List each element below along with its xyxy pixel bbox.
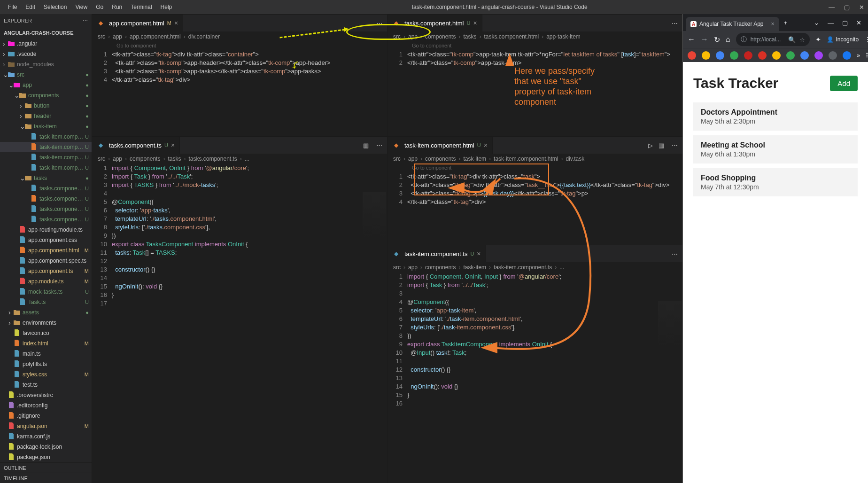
tree-folder-button[interactable]: ›button● (0, 101, 92, 111)
tree-file-tasks-component-html[interactable]: tasks.component.htmlU (0, 194, 92, 204)
crumb-components[interactable]: components (425, 156, 456, 162)
tree-folder--angular[interactable]: ›.angular (0, 39, 92, 49)
tab-task-item-html[interactable]: ◆ task-item.component.html U × (388, 137, 493, 154)
close-icon[interactable]: × (171, 141, 175, 149)
close-icon[interactable]: × (174, 19, 178, 27)
crumb-tasks[interactable]: tasks (168, 156, 181, 162)
browser-tab[interactable]: A Angular Task Tracker App × (686, 17, 779, 31)
task-card[interactable]: Food ShoppingMay 7th at 12:30pm (693, 168, 858, 196)
minimize-icon[interactable]: — (828, 19, 834, 26)
tree-file--gitignore[interactable]: .gitignore (0, 411, 92, 421)
close-icon[interactable]: × (477, 250, 480, 257)
tree-folder--vscode[interactable]: ›.vscode (0, 49, 92, 59)
bookmark-9[interactable] (814, 51, 823, 60)
tree-file-task-item-component-ts[interactable]: task-item.component.tsU (0, 163, 92, 173)
tree-file-favicon-ico[interactable]: favicon.ico (0, 328, 92, 338)
crumb-app[interactable]: app (408, 264, 418, 271)
menu-selection[interactable]: Selection (39, 0, 71, 14)
tree-file-Task-ts[interactable]: Task.tsU (0, 297, 92, 307)
info-icon[interactable]: ⓘ (741, 35, 747, 44)
close-icon[interactable]: × (473, 19, 477, 27)
menu-go[interactable]: Go (92, 0, 108, 14)
task-card[interactable]: Meeting at SchoolMay 6th at 1:30pm (693, 135, 858, 164)
tree-folder-task-item[interactable]: ⌄task-item● (0, 121, 92, 132)
bookmark-1[interactable] (702, 51, 710, 60)
crumb-div-task[interactable]: div.task (566, 156, 584, 162)
crumb-tasks[interactable]: tasks (463, 33, 476, 40)
tree-folder-components[interactable]: ⌄components● (0, 90, 92, 101)
menu-terminal[interactable]: Terminal (126, 0, 156, 14)
menu-run[interactable]: Run (108, 0, 126, 14)
tree-file-package-json[interactable]: package.json (0, 452, 92, 462)
split-icon[interactable]: ▥ (360, 142, 372, 149)
crumb-app[interactable]: app (113, 156, 122, 162)
tree-file-tasks-component-spec-ts[interactable]: tasks.component.spec.tsU (0, 204, 92, 214)
crumb-tasks-component-ts[interactable]: tasks.component.ts (188, 156, 237, 162)
tree-file--browserslistrc[interactable]: .browserslistrc (0, 390, 92, 400)
tree-file-index-html[interactable]: index.htmlM (0, 338, 92, 349)
breadcrumb[interactable]: src›app›components›task-item›task-item.c… (388, 262, 682, 273)
more-icon[interactable]: ⋯ (667, 250, 682, 257)
close-icon[interactable]: × (484, 141, 488, 149)
timeline-section[interactable]: TIMELINE (0, 473, 92, 483)
minimap[interactable] (363, 192, 386, 239)
maximize-icon[interactable]: ▢ (842, 19, 848, 26)
outline-section[interactable]: OUTLINE (0, 462, 92, 473)
breadcrumb[interactable]: src›app›components›task-item›task-item.c… (388, 154, 682, 164)
minimap[interactable] (658, 301, 682, 348)
tab-tasks-component-ts[interactable]: ◆ tasks.component.ts U × (92, 137, 180, 154)
tree-file-tasks-component-css[interactable]: tasks.component.cssU (0, 183, 92, 194)
tree-file-task-item-component-html[interactable]: task-item.component.htmlU (0, 142, 92, 152)
crumb-task-item-component-html[interactable]: task-item.component.html (494, 156, 558, 162)
tree-folder-node_modules[interactable]: ›node_modules (0, 59, 92, 70)
crumb-app[interactable]: app (113, 33, 122, 40)
code-editor[interactable]: 1234<tk-attr">class="tk-tag">div tk-attr… (92, 50, 387, 136)
tree-file-angular-json[interactable]: angular.jsonM (0, 421, 92, 431)
crumb--[interactable]: ... (245, 156, 249, 162)
tree-file-app-component-html[interactable]: app.component.htmlM (0, 245, 92, 256)
crumb-div-container[interactable]: div.container (188, 33, 220, 40)
crumb-task-item[interactable]: task-item (463, 264, 486, 271)
menu-file[interactable]: File (4, 0, 21, 14)
reload-icon[interactable]: ↻ (714, 35, 720, 44)
breadcrumb[interactable]: src›app›app.component.html›div.container (92, 31, 387, 42)
address-bar[interactable]: ⓘ http://local... 🔍 ☆ (736, 33, 810, 46)
bookmark-11[interactable] (843, 51, 851, 60)
bookmark-5[interactable] (758, 51, 767, 60)
home-icon[interactable]: ⌂ (726, 35, 730, 44)
tree-file-polyfills-ts[interactable]: polyfills.ts (0, 359, 92, 369)
task-card[interactable]: Doctors AppointmentMay 5th at 2:30pm (693, 102, 858, 131)
tree-folder-header[interactable]: ›header● (0, 111, 92, 121)
close-icon[interactable]: ✕ (859, 4, 864, 11)
crumb-task-item-component-ts[interactable]: task-item.component.ts (494, 264, 552, 271)
tree-folder-app[interactable]: ⌄app● (0, 80, 92, 90)
tree-file-app-component-css[interactable]: app.component.css (0, 235, 92, 245)
go-to-component-hint[interactable]: Go to component (92, 42, 387, 50)
crumb-components[interactable]: components (130, 156, 160, 162)
breadcrumb[interactable]: src›app›components›tasks›tasks.component… (92, 154, 387, 164)
bookmark-2[interactable] (716, 51, 724, 60)
workspace-name[interactable]: ANGULAR-CRASH-COURSE (0, 27, 92, 39)
tree-file-tasks-component-ts[interactable]: tasks.component.tsU (0, 214, 92, 225)
run-icon[interactable]: ▷ (645, 142, 656, 149)
add-button[interactable]: Add (830, 76, 858, 91)
reading-list-button[interactable]: ☰ Reading list (866, 49, 868, 62)
overflow-icon[interactable]: » (857, 52, 860, 59)
extensions-icon[interactable]: ✦ (815, 36, 821, 43)
tree-file-app-component-ts[interactable]: app.component.tsM (0, 266, 92, 276)
crumb-src[interactable]: src (98, 156, 105, 162)
new-tab-icon[interactable]: + (784, 19, 788, 26)
tree-file-app-component-spec-ts[interactable]: app.component.spec.ts (0, 256, 92, 266)
bookmark-8[interactable] (800, 51, 809, 60)
bookmark-4[interactable] (744, 51, 752, 60)
crumb--[interactable]: ... (559, 264, 564, 271)
crumb-app[interactable]: app (408, 156, 418, 162)
crumb-task-item[interactable]: task-item (463, 156, 486, 162)
maximize-icon[interactable]: ▢ (844, 4, 850, 11)
tree-folder-assets[interactable]: ›assets● (0, 307, 92, 318)
bookmark-6[interactable] (772, 51, 781, 60)
tree-file-styles-css[interactable]: styles.cssM (0, 369, 92, 380)
code-editor[interactable]: 1234567891011121314151617import { Compon… (92, 164, 387, 483)
crumb-components[interactable]: components (425, 264, 456, 271)
bookmark-0[interactable] (688, 51, 696, 60)
